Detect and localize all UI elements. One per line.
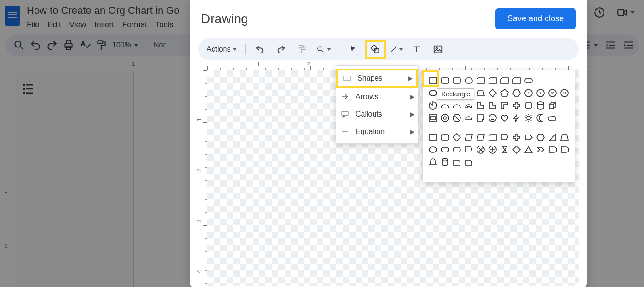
palette-shape-pluscircle[interactable] xyxy=(487,144,498,155)
palette-shape-can[interactable] xyxy=(535,100,546,111)
chevron-down-icon xyxy=(399,48,403,51)
palette-shape-dshape[interactable] xyxy=(559,144,570,155)
palette-shape-pent[interactable] xyxy=(499,88,510,99)
palette-shape-plaque[interactable] xyxy=(523,100,534,111)
shape-category-equation[interactable]: Equation ▶ xyxy=(336,123,418,141)
zoom-button[interactable] xyxy=(314,41,334,58)
paint-format-button[interactable] xyxy=(293,41,312,58)
palette-shape-rr[interactable] xyxy=(439,75,450,86)
save-and-close-button[interactable]: Save and close xyxy=(495,8,576,29)
palette-shape-tab[interactable] xyxy=(463,157,474,168)
palette-shape-hex[interactable] xyxy=(511,88,522,99)
palette-shape-xcircle[interactable] xyxy=(475,144,486,155)
svg-point-41 xyxy=(491,117,492,117)
palette-shape-arc2[interactable] xyxy=(463,112,474,123)
palette-shape-oct[interactable]: 8 xyxy=(535,88,546,99)
palette-shape-diam[interactable] xyxy=(487,88,498,99)
palette-shape-pill[interactable] xyxy=(439,144,450,155)
palette-shape-cross[interactable] xyxy=(511,100,522,111)
palette-shape-hept[interactable]: 7 xyxy=(523,88,534,99)
palette-shape-heart[interactable] xyxy=(499,112,510,123)
undo-button[interactable] xyxy=(250,41,270,58)
palette-shape-hex[interactable] xyxy=(535,132,546,143)
palette-shape-trap[interactable] xyxy=(559,132,570,143)
svg-rect-36 xyxy=(431,116,435,120)
chevron-down-icon xyxy=(327,48,331,51)
image-tool[interactable] xyxy=(428,41,448,58)
palette-shape-cube[interactable] xyxy=(547,100,558,111)
palette-shape-rr[interactable] xyxy=(451,75,462,86)
svg-point-37 xyxy=(441,114,448,122)
palette-shape-bell[interactable] xyxy=(427,157,438,168)
palette-shape-snip[interactable] xyxy=(487,75,498,86)
palette-shape-cylinder[interactable] xyxy=(439,157,450,168)
palette-shape-pill[interactable] xyxy=(523,75,534,86)
palette-shape-corner[interactable] xyxy=(499,100,510,111)
palette-shape-snip[interactable] xyxy=(499,75,510,86)
shape-tool-button[interactable] xyxy=(367,42,384,57)
palette-shape-trap[interactable] xyxy=(475,88,486,99)
palette-shape-donut[interactable] xyxy=(439,112,450,123)
palette-shape-smiley[interactable] xyxy=(487,112,498,123)
palette-shape-tri[interactable] xyxy=(523,144,534,155)
chevron-right-icon: ▶ xyxy=(408,75,413,82)
tooltip-text: Rectangle xyxy=(441,90,470,98)
palette-shape-dodec[interactable]: 12 xyxy=(559,88,570,99)
palette-shape-para[interactable] xyxy=(463,132,474,143)
tooltip: Rectangle xyxy=(437,88,474,100)
svg-point-34 xyxy=(537,102,544,105)
palette-shape-dec[interactable]: 10 xyxy=(547,88,558,99)
svg-text:8: 8 xyxy=(540,91,542,95)
svg-rect-18 xyxy=(344,76,350,81)
palette-shape-flag[interactable] xyxy=(499,132,510,143)
palette-shape-flag[interactable] xyxy=(463,144,474,155)
shapes-palette: 781012 xyxy=(422,70,575,182)
palette-shape-oval[interactable] xyxy=(427,144,438,155)
redo-button[interactable] xyxy=(271,41,291,58)
palette-shape-tab[interactable] xyxy=(451,157,462,168)
palette-shape-bevel[interactable] xyxy=(427,112,438,123)
text-box-tool[interactable] xyxy=(407,41,426,58)
palette-shape-hourglass[interactable] xyxy=(499,144,510,155)
palette-shape-diam[interactable] xyxy=(511,144,522,155)
palette-shape-lshape[interactable] xyxy=(487,100,498,111)
palette-shape-plus[interactable] xyxy=(511,132,522,143)
palette-shape-foldcorner[interactable] xyxy=(475,112,486,123)
shape-category-callouts[interactable]: Callouts ▶ xyxy=(336,105,418,123)
palette-shape-chev[interactable] xyxy=(535,144,546,155)
shape-category-arrows[interactable]: Arrows ▶ xyxy=(336,88,418,105)
palette-shape-sun[interactable] xyxy=(523,112,534,123)
palette-shape-rr[interactable] xyxy=(439,132,450,143)
palette-shape-snip[interactable] xyxy=(475,75,486,86)
palette-shape-moon[interactable] xyxy=(535,112,546,123)
ruler-mark: 4 xyxy=(196,270,202,273)
palette-shape-para[interactable] xyxy=(475,132,486,143)
palette-shape-dshape[interactable] xyxy=(547,144,558,155)
palette-shape-snip[interactable] xyxy=(511,75,522,86)
palette-shape-snip[interactable] xyxy=(487,132,498,143)
palette-shape-arc[interactable] xyxy=(451,100,462,111)
palette-shape-cloud[interactable] xyxy=(547,112,558,123)
actions-menu-button[interactable]: Actions xyxy=(203,43,241,55)
svg-text:12: 12 xyxy=(563,92,566,95)
palette-shape-wedge[interactable] xyxy=(547,132,558,143)
palette-shape-rect[interactable] xyxy=(427,132,438,143)
svg-rect-45 xyxy=(441,135,448,140)
palette-shape-rect[interactable] xyxy=(427,75,438,86)
select-tool[interactable] xyxy=(344,41,363,58)
palette-shape-diam[interactable] xyxy=(451,132,462,143)
shape-category-shapes[interactable]: Shapes ▶ xyxy=(336,69,418,88)
palette-shape-nosym[interactable] xyxy=(451,112,462,123)
svg-point-42 xyxy=(494,117,494,117)
palette-shape-pill[interactable] xyxy=(451,144,462,155)
palette-shape-arc[interactable] xyxy=(439,100,450,111)
palette-shape-pie[interactable] xyxy=(427,100,438,111)
rectangle-icon xyxy=(343,74,351,82)
palette-shape-arrowpent[interactable] xyxy=(523,132,534,143)
palette-shape-lshape[interactable] xyxy=(475,100,486,111)
line-tool-button[interactable] xyxy=(388,41,405,58)
svg-point-40 xyxy=(489,114,496,122)
palette-shape-blockarc[interactable] xyxy=(463,100,474,111)
palette-shape-bolt[interactable] xyxy=(511,112,522,123)
palette-shape-rr2[interactable] xyxy=(463,75,474,86)
